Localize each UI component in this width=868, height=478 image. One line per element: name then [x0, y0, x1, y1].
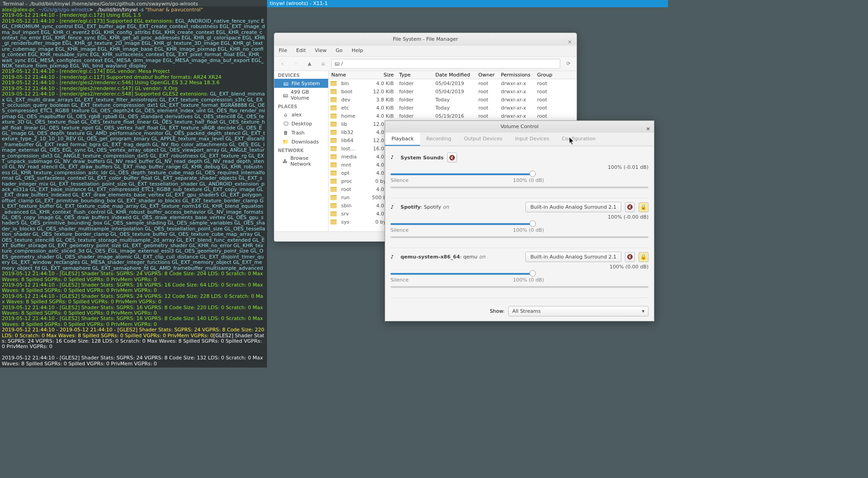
slider-thumb[interactable]: [529, 171, 536, 177]
balance-slider[interactable]: [391, 234, 649, 240]
balance-slider[interactable]: [391, 184, 649, 191]
vc-stream: ♪System Sounds🔇100% (-0.01 dB)Silence100…: [391, 149, 649, 198]
row-date: 05/04/2019: [433, 88, 476, 96]
sink-button[interactable]: Built-in Audio Analog Surround 2.1: [525, 252, 621, 262]
sidebar-item-home[interactable]: ⌂alex: [274, 110, 328, 119]
tab-recording[interactable]: Recording: [420, 133, 458, 146]
tab-input[interactable]: Input Devices: [509, 133, 555, 146]
row-perm: drwxr-xr-x: [498, 112, 534, 120]
log-line: 2019-05-12 21:44:10 - [render/egl.c:172]…: [2, 12, 141, 18]
pct-mid-label: 100% (0 dB): [513, 177, 544, 183]
row-size: 4.0 KiB: [369, 104, 396, 112]
menu-file[interactable]: File: [274, 46, 291, 56]
menu-go[interactable]: Go: [331, 46, 347, 56]
col-size[interactable]: Size: [369, 71, 396, 79]
network-icon: 🖧: [282, 158, 288, 164]
mute-button[interactable]: 🔇: [625, 252, 635, 262]
table-row[interactable]: bin4.0 KiBfolder05/04/2019rootdrwxr-xr-x…: [329, 79, 577, 87]
sidebar-item-filesystem[interactable]: 🖴File System: [274, 79, 328, 88]
sidebar-item-volume[interactable]: 🖴499 GB Volume: [274, 88, 328, 102]
volume-slider[interactable]: [391, 271, 649, 277]
menu-help[interactable]: Help: [347, 46, 367, 56]
row-owner: root: [476, 88, 498, 96]
tab-playback[interactable]: Playback: [385, 133, 420, 146]
sidebar-item-trash[interactable]: 🗑Trash: [274, 128, 328, 137]
vc-titlebar[interactable]: Volume Control ×: [385, 121, 654, 133]
show-select[interactable]: All Streams ▾: [508, 306, 649, 316]
mute-button[interactable]: 🔇: [625, 202, 635, 212]
lock-button[interactable]: 🔒: [639, 252, 649, 262]
stream-name: Spotify: Spotify on: [401, 204, 449, 210]
lock-button[interactable]: 🔒: [639, 202, 649, 212]
show-value: All Streams: [512, 308, 541, 314]
col-date[interactable]: Date Modified: [433, 71, 476, 79]
log-line: 2019-05-12 21:44:10 - [render/gles2/rend…: [2, 86, 177, 91]
col-type[interactable]: Type: [396, 71, 433, 79]
folder-icon: [330, 163, 337, 167]
cmd-bin: ./build/bin/tinywl: [96, 7, 138, 13]
tab-output[interactable]: Output Devices: [458, 133, 509, 146]
row-type: folder: [396, 80, 433, 87]
row-type: folder: [396, 88, 433, 96]
col-owner[interactable]: Owner: [476, 71, 498, 79]
slider-thumb[interactable]: [529, 270, 536, 277]
app-icon: ♪: [391, 204, 397, 210]
egl-dump: EGL_ANDROID_native_fence_sync EGL_CHROMI…: [2, 18, 265, 69]
table-row[interactable]: etc4.0 KiBfolderTodayrootdrwxr-xr-xroot: [329, 104, 577, 112]
balance-slider[interactable]: [391, 284, 649, 290]
terminal-output[interactable]: alex@alex-pc ~/G/s/g/s/go-wlroots> ./bui…: [0, 6, 267, 368]
col-name[interactable]: Name: [329, 71, 369, 79]
path-entry[interactable]: 🖴 /: [331, 59, 560, 69]
volume-slider[interactable]: [391, 171, 649, 177]
fm-titlebar[interactable]: File System - File Manager ×: [274, 33, 577, 46]
volume-control-window: Volume Control × Playback Recording Outp…: [385, 120, 654, 321]
col-group[interactable]: Group: [534, 71, 557, 79]
forward-button[interactable]: ›: [291, 58, 301, 69]
log-line: 2019-05-12 21:44:10 - [render/egl.c:117]…: [2, 74, 221, 80]
row-name: proc: [339, 177, 355, 185]
refresh-button[interactable]: ⟳: [563, 58, 574, 69]
table-row[interactable]: dev3.8 KiBfolderTodayrootdrwxr-xr-xroot: [329, 96, 577, 104]
sidebar-item-desktop[interactable]: 🖵Desktop: [274, 119, 328, 128]
close-icon[interactable]: ×: [645, 123, 651, 129]
table-row[interactable]: home4.0 KiBfolder05/19/2016rootdrwxr-xr-…: [329, 112, 577, 120]
menu-edit[interactable]: Edit: [291, 46, 310, 56]
cmd-flag: -s: [138, 7, 145, 13]
trash-icon: 🗑: [282, 129, 289, 136]
table-row[interactable]: boot12.0 KiBfolder05/04/2019rootdrwxr-xr…: [329, 87, 577, 96]
silence-label: Silence: [391, 227, 409, 233]
x11-titlebar[interactable]: tinywl (wlroots) - X11-1: [267, 0, 668, 7]
sink-button[interactable]: Built-in Audio Analog Surround 2.1: [525, 202, 621, 212]
volume-slider[interactable]: [391, 221, 649, 227]
sidebar-item-network[interactable]: 🖧Browse Network: [274, 154, 328, 168]
vc-footer: Show: All Streams ▾: [490, 306, 649, 316]
col-perm[interactable]: Permissions: [498, 71, 534, 79]
folder-icon: [330, 97, 337, 102]
sidebar-head-devices: DEVICES: [274, 71, 328, 79]
prompt-symbol: >: [89, 7, 93, 13]
fm-sidebar: DEVICES 🖴File System 🖴499 GB Volume PLAC…: [274, 71, 329, 231]
sidebar-head-network: NETWORK: [274, 146, 328, 154]
row-name: lib64: [339, 137, 356, 144]
mute-button[interactable]: 🔇: [447, 153, 457, 163]
close-icon[interactable]: ×: [567, 36, 573, 42]
row-name: run: [339, 194, 352, 201]
up-button[interactable]: ▲: [304, 58, 315, 69]
row-name: boot: [339, 88, 355, 96]
back-button[interactable]: ‹: [277, 58, 288, 69]
shader-lines: 2019-05-12 21:44:10 - [GLES2] Shader Sta…: [2, 271, 264, 327]
tab-config[interactable]: Configuration: [556, 133, 602, 146]
home-button[interactable]: ⌂: [318, 58, 329, 69]
sidebar-item-downloads[interactable]: 📁Downloads: [274, 137, 328, 146]
pct-mid-label: 100% (0 dB): [513, 277, 544, 283]
row-group: root: [534, 80, 557, 87]
folder-icon: [330, 171, 337, 176]
slider-thumb[interactable]: [529, 220, 536, 227]
fm-toolbar: ‹ › ▲ ⌂ 🖴 / ⟳: [274, 57, 577, 71]
vc-stream: ♪Spotify: Spotify onBuilt-in Audio Analo…: [391, 198, 649, 248]
folder-icon: [330, 211, 337, 216]
row-name: media: [339, 153, 359, 161]
row-date: Today: [433, 96, 476, 104]
menu-view[interactable]: View: [310, 46, 331, 56]
log-line: 2019-05-12 21:44:10 - [render/egl.c:173]…: [2, 18, 174, 24]
